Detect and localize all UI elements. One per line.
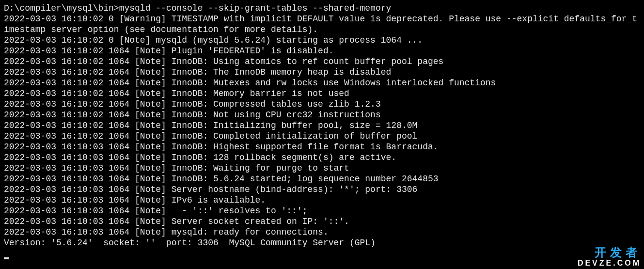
watermark-top: 开发者	[578, 247, 641, 258]
log-line: 2022-03-03 16:10:03 1064 [Note] InnoDB: …	[4, 174, 439, 184]
log-line: 2022-03-03 16:10:02 1064 [Note] Plugin '…	[4, 46, 334, 56]
log-line: 2022-03-03 16:10:03 1064 [Note] Server s…	[4, 217, 349, 226]
terminal-output[interactable]: D:\compiler\mysql\bin>mysqld --console -…	[4, 3, 640, 259]
log-line: 2022-03-03 16:10:03 1064 [Note] Server h…	[4, 185, 417, 194]
log-line: 2022-03-03 16:10:03 1064 [Note] IPv6 is …	[4, 195, 266, 205]
log-line: 2022-03-03 16:10:02 1064 [Note] InnoDB: …	[4, 57, 443, 66]
log-line: 2022-03-03 16:10:03 1064 [Note] mysqld: …	[4, 227, 329, 237]
page-watermark: 开发者 DEVZE.COM	[578, 247, 641, 267]
command-text: mysqld --console --skip-grant-tables --s…	[119, 3, 392, 13]
log-line: 2022-03-03 16:10:02 1064 [Note] InnoDB: …	[4, 78, 496, 88]
log-line: 2022-03-03 16:10:02 1064 [Note] InnoDB: …	[4, 67, 391, 77]
log-line: Version: '5.6.24' socket: '' port: 3306 …	[4, 238, 376, 248]
log-line: 2022-03-03 16:10:03 1064 [Note] InnoDB: …	[4, 153, 396, 162]
log-line: 2022-03-03 16:10:02 1064 [Note] InnoDB: …	[4, 131, 417, 141]
command-prompt: D:\compiler\mysql\bin>	[4, 3, 119, 13]
log-line: 2022-03-03 16:10:02 1064 [Note] InnoDB: …	[4, 89, 349, 98]
log-line: 2022-03-03 16:10:03 1064 [Note] InnoDB: …	[4, 142, 439, 152]
log-line: 2022-03-03 16:10:03 1064 [Note] InnoDB: …	[4, 163, 349, 173]
terminal-cursor	[4, 257, 9, 259]
log-line: 2022-03-03 16:10:02 0 [Warning] TIMESTAM…	[4, 14, 637, 34]
log-line: 2022-03-03 16:10:02 1064 [Note] InnoDB: …	[4, 110, 381, 120]
log-line: 2022-03-03 16:10:02 1064 [Note] InnoDB: …	[4, 99, 381, 109]
log-line: 2022-03-03 16:10:02 0 [Note] mysqld (mys…	[4, 35, 423, 45]
log-line: 2022-03-03 16:10:03 1064 [Note] - '::' r…	[4, 206, 308, 216]
watermark-bottom: DEVZE.COM	[578, 259, 641, 267]
log-line: 2022-03-03 16:10:02 1064 [Note] InnoDB: …	[4, 121, 417, 130]
